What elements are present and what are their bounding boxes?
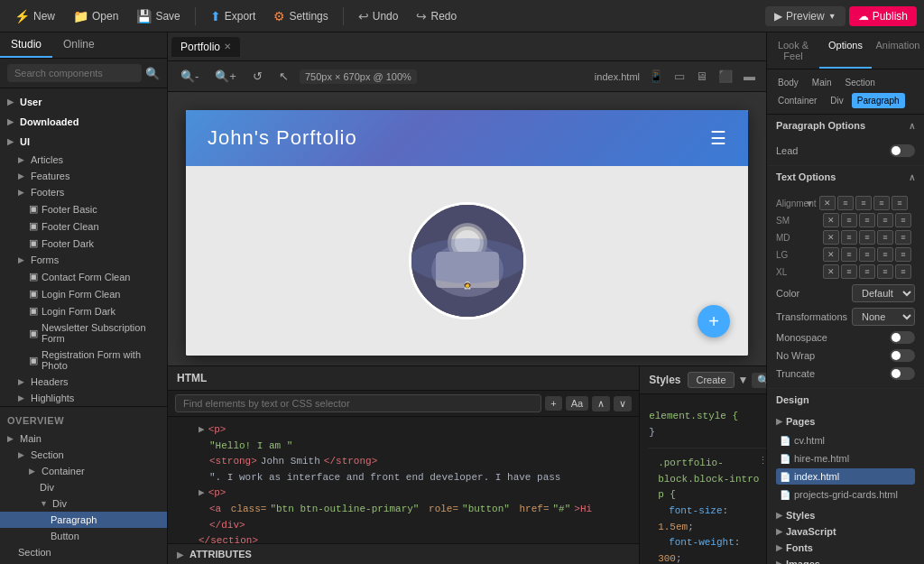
close-tab-icon[interactable]: ✕ — [224, 42, 231, 51]
section-tab-paragraph[interactable]: Paragraph — [852, 93, 905, 108]
xl-right-btn[interactable]: ≡ — [877, 264, 893, 279]
sidebar-item-headers[interactable]: ▶ Headers — [0, 374, 167, 390]
xl-x-btn[interactable]: ✕ — [823, 264, 839, 279]
tree-section-3[interactable]: Section — [0, 560, 167, 564]
page-hire-me[interactable]: 📄 hire-me.html — [776, 450, 915, 467]
text-options-header[interactable]: Text Options ∧ — [767, 166, 924, 188]
section-tab-section[interactable]: Section — [839, 75, 880, 90]
canvas-viewport[interactable]: John's Porftolio ☰ — [168, 92, 766, 365]
tree-container[interactable]: ▶ Container — [0, 463, 167, 479]
md-justify-btn[interactable]: ≡ — [895, 230, 911, 245]
align-right-btn[interactable]: ≡ — [873, 196, 890, 210]
sidebar-item-user[interactable]: ▶ User — [0, 92, 167, 112]
section-tab-container[interactable]: Container — [772, 93, 822, 108]
lg-right-btn[interactable]: ≡ — [877, 247, 893, 262]
tab-animation[interactable]: Animation — [872, 32, 924, 69]
page-cv[interactable]: 📄 cv.html — [776, 432, 915, 448]
save-button[interactable]: 💾 Save — [129, 5, 187, 27]
mobile-icon[interactable]: 📱 — [645, 68, 667, 85]
tree-main[interactable]: ▶ Main — [0, 430, 167, 447]
html-search-input[interactable] — [175, 394, 541, 412]
page-index[interactable]: 📄 index.html — [776, 468, 915, 485]
search-input[interactable] — [7, 64, 142, 82]
align-left-btn[interactable]: ≡ — [837, 196, 854, 210]
expand-icon[interactable]: ▶ — [199, 485, 205, 502]
html-up-button[interactable]: ∧ — [592, 396, 610, 411]
tab-look-and-feel[interactable]: Look & Feel — [767, 32, 819, 69]
styles-create-chevron-icon[interactable]: ▼ — [738, 374, 749, 386]
sidebar-item-ui[interactable]: ▶ UI — [0, 132, 167, 152]
section-tab-body[interactable]: Body — [772, 75, 804, 90]
md-right-btn[interactable]: ≡ — [877, 230, 893, 245]
transformations-select[interactable]: None — [852, 308, 915, 326]
md-x-btn[interactable]: ✕ — [823, 230, 839, 245]
more-options-icon[interactable]: ⋮ — [758, 454, 766, 470]
export-button[interactable]: ⬆ Export — [203, 5, 263, 27]
paragraph-options-header[interactable]: Paragraph Options ∧ — [767, 115, 924, 136]
zoom-in-button[interactable]: 🔍+ — [209, 67, 242, 86]
widescreen-icon[interactable]: ▬ — [740, 68, 759, 85]
align-justify-btn[interactable]: ≡ — [892, 196, 908, 210]
cursor-button[interactable]: ↖ — [273, 67, 294, 86]
sidebar-item-features[interactable]: ▶ Features — [0, 168, 167, 184]
xl-left-btn[interactable]: ≡ — [841, 264, 857, 279]
page-projects[interactable]: 📄 projects-grid-cards.html — [776, 486, 915, 503]
sm-left-btn[interactable]: ≡ — [841, 213, 857, 227]
alignment-chevron-icon[interactable]: ▼ — [805, 199, 814, 208]
sidebar-tab-online[interactable]: Online — [52, 32, 106, 58]
styles-search-button[interactable]: 🔍 — [752, 373, 766, 388]
sm-center-btn[interactable]: ≡ — [859, 213, 875, 227]
tree-paragraph[interactable]: Paragraph — [0, 512, 167, 528]
html-add-button[interactable]: + — [545, 396, 561, 411]
sm-justify-btn[interactable]: ≡ — [895, 213, 911, 227]
lg-x-btn[interactable]: ✕ — [823, 247, 839, 262]
md-left-btn[interactable]: ≡ — [841, 230, 857, 245]
section-tab-div[interactable]: Div — [825, 93, 848, 108]
sidebar-item-forms[interactable]: ▶ Forms — [0, 252, 167, 268]
md-center-btn[interactable]: ≡ — [859, 230, 875, 245]
canvas-tab-portfolio[interactable]: Portfolio ✕ — [171, 37, 240, 57]
tree-button[interactable]: Button — [0, 528, 167, 544]
sidebar-item-contact-form-clean[interactable]: ▣ Contact Form Clean — [0, 268, 167, 285]
desktop-lg-icon[interactable]: ⬛ — [715, 68, 736, 85]
expand-icon[interactable]: ▶ — [199, 422, 205, 439]
tablet-icon[interactable]: ▭ — [670, 68, 688, 85]
align-center-btn[interactable]: ≡ — [855, 196, 872, 210]
lg-justify-btn[interactable]: ≡ — [895, 247, 911, 262]
truncate-toggle[interactable] — [890, 367, 915, 380]
lg-center-btn[interactable]: ≡ — [859, 247, 875, 262]
html-down-button[interactable]: ∨ — [614, 396, 632, 411]
sidebar-item-footers[interactable]: ▶ Footers — [0, 184, 167, 200]
no-wrap-toggle[interactable] — [890, 349, 915, 362]
lg-left-btn[interactable]: ≡ — [841, 247, 857, 262]
section-tab-main[interactable]: Main — [807, 75, 837, 90]
new-button[interactable]: ⚡ New — [7, 5, 62, 27]
color-select[interactable]: Default — [852, 284, 915, 302]
sidebar-item-registration[interactable]: ▣ Registration Form with Photo — [0, 347, 167, 374]
publish-button[interactable]: ☁ Publish — [849, 6, 917, 26]
sidebar-item-login-form-dark[interactable]: ▣ Login Form Dark — [0, 302, 167, 319]
sidebar-item-footer-dark[interactable]: ▣ Footer Dark — [0, 235, 167, 252]
open-button[interactable]: 📁 Open — [66, 5, 125, 27]
desktop-sm-icon[interactable]: 🖥 — [692, 68, 711, 85]
undo-button[interactable]: ↩ Undo — [351, 5, 406, 27]
sidebar-item-footer-basic[interactable]: ▣ Footer Basic — [0, 200, 167, 217]
attributes-panel-header[interactable]: ▶ ATTRIBUTES — [168, 543, 639, 564]
xl-justify-btn[interactable]: ≡ — [895, 264, 911, 279]
tree-section-2[interactable]: Section — [0, 544, 167, 560]
sm-x-btn[interactable]: ✕ — [823, 213, 839, 227]
sidebar-item-login-form-clean[interactable]: ▣ Login Form Clean — [0, 285, 167, 302]
tree-section[interactable]: ▶ Section — [0, 447, 167, 463]
tab-options[interactable]: Options — [819, 32, 872, 69]
sidebar-item-newsletter[interactable]: ▣ Newsletter Subscription Form — [0, 319, 167, 347]
sidebar-tab-studio[interactable]: Studio — [0, 32, 52, 58]
styles-create-button[interactable]: Create — [688, 372, 734, 388]
zoom-out-button[interactable]: 🔍- — [175, 67, 204, 86]
add-element-button[interactable]: + — [698, 305, 730, 337]
preview-button[interactable]: ▶ Preview ▼ — [765, 6, 845, 26]
sidebar-item-highlights[interactable]: ▶ Highlights — [0, 390, 167, 406]
settings-button[interactable]: ⚙ Settings — [266, 5, 335, 27]
lead-toggle[interactable] — [890, 144, 915, 157]
sidebar-item-articles[interactable]: ▶ Articles — [0, 152, 167, 168]
redo-button[interactable]: ↪ Redo — [409, 5, 464, 27]
